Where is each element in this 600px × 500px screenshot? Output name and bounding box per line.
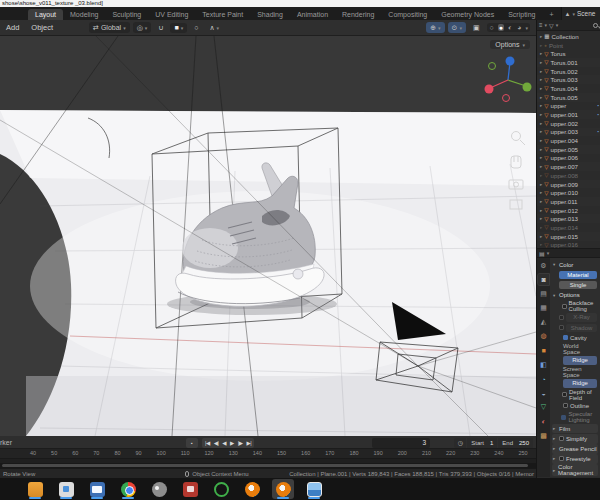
taskbar-blender[interactable]: [241, 479, 263, 499]
property-row[interactable]: Single: [552, 280, 598, 290]
checkbox[interactable]: [562, 304, 567, 309]
object-name[interactable]: upper.014: [551, 224, 579, 231]
checkbox[interactable]: [561, 415, 566, 420]
workspace-tab[interactable]: Modeling: [63, 9, 105, 20]
scene[interactable]: ◭: [538, 317, 549, 328]
object-name[interactable]: upper.015: [551, 233, 579, 240]
outliner-row[interactable]: ▸ upper.010 ▪: [537, 188, 600, 197]
expand-arrow-icon[interactable]: ▸: [540, 103, 542, 108]
property-row[interactable]: Depth of Field: [552, 389, 598, 401]
disclosure-icon[interactable]: [553, 293, 557, 298]
object-name[interactable]: Torus.003: [551, 76, 578, 83]
property-row[interactable]: Backface Culling: [552, 300, 598, 312]
expand-arrow-icon[interactable]: ▸: [540, 225, 542, 230]
checkbox[interactable]: [563, 335, 568, 340]
scrollbar-thumb[interactable]: [2, 464, 528, 467]
expand-arrow-icon[interactable]: ▸: [540, 155, 542, 160]
render[interactable]: ◙: [538, 274, 549, 285]
object-name[interactable]: upper.011: [551, 198, 578, 205]
property-row[interactable]: Screen Space: [552, 366, 598, 378]
transport-button[interactable]: ▶|: [246, 440, 251, 446]
checkbox[interactable]: [559, 436, 564, 441]
checkbox[interactable]: [559, 325, 564, 330]
outliner-row[interactable]: ▸ upper.012 ▪: [537, 206, 600, 215]
search-icon[interactable]: [593, 23, 598, 28]
expand-arrow-icon[interactable]: ▸: [540, 173, 542, 178]
pivot-point-dropdown[interactable]: ◎ ▾: [133, 22, 152, 33]
object-name[interactable]: upper.016: [551, 241, 579, 248]
property-row[interactable]: Options: [552, 290, 598, 300]
workspace-tab[interactable]: Layout: [28, 9, 63, 20]
object-data[interactable]: ▽: [538, 402, 549, 413]
object-name[interactable]: upper.012: [551, 207, 579, 214]
view-layer[interactable]: ▦: [538, 303, 549, 314]
outliner-row[interactable]: ▸ upper.006 ▪: [537, 154, 600, 163]
outliner-row[interactable]: ▸ upper.005 ▪: [537, 145, 600, 154]
disclosure-icon[interactable]: [553, 456, 557, 461]
object-name[interactable]: upper.006: [551, 154, 579, 161]
taskbar-mail[interactable]: [86, 479, 108, 499]
expand-arrow-icon[interactable]: ▸: [540, 199, 542, 204]
end-frame-field[interactable]: End 250: [498, 438, 533, 448]
expand-arrow-icon[interactable]: ▸: [540, 216, 542, 221]
outliner-row[interactable]: ▸ Torus.004 ▪: [537, 84, 600, 93]
workspace-tab[interactable]: Texture Paint: [195, 9, 250, 20]
property-row[interactable]: Grease Pencil: [552, 444, 598, 454]
display-mode-icon[interactable]: ≡: [539, 22, 543, 28]
object-name[interactable]: Torus.004: [551, 85, 578, 92]
outliner-row[interactable]: ▸ upper.003 ▪: [537, 128, 600, 137]
timeline-menus-cropped[interactable]: rker: [0, 436, 12, 449]
object-name[interactable]: Torus.002: [551, 68, 578, 75]
modifiers[interactable]: ◧: [538, 359, 549, 370]
property-row[interactable]: Specular Lighting: [552, 411, 598, 423]
checkbox[interactable]: [562, 392, 567, 397]
outliner-row[interactable]: ▸ upper.014 ▪: [537, 223, 600, 232]
expand-arrow-icon[interactable]: ▸: [540, 129, 542, 134]
taskbar-files[interactable]: [24, 479, 46, 499]
taskbar-video[interactable]: [179, 479, 201, 499]
constraints[interactable]: ◒: [538, 388, 549, 399]
transform-orientation-dropdown[interactable]: ⇄ Global ▾: [89, 22, 130, 33]
outliner-row[interactable]: ▸ upper.016 ▪: [537, 241, 600, 249]
expand-arrow-icon[interactable]: ▸: [540, 86, 542, 91]
rendered-shading-button[interactable]: ◕: [516, 24, 522, 31]
property-row[interactable]: Outline: [552, 401, 598, 411]
transport-button[interactable]: ◀|: [214, 440, 219, 446]
expand-arrow-icon[interactable]: ▸: [540, 208, 542, 213]
workspace-tab[interactable]: +: [542, 9, 560, 20]
expand-arrow-icon[interactable]: ▸: [540, 112, 542, 117]
outliner-row[interactable]: ▸ Torus.003 ▪: [537, 75, 600, 84]
property-row[interactable]: Color Management: [552, 464, 598, 476]
expand-arrow-icon[interactable]: ▸: [540, 95, 542, 100]
transport-button[interactable]: |▶: [238, 440, 243, 446]
xray-toggle[interactable]: ▣: [469, 22, 484, 33]
outliner-row[interactable]: ▸ Collection ▪: [537, 32, 600, 41]
checkbox[interactable]: [559, 315, 564, 320]
outliner-row[interactable]: ▸ Torus.001 ▪: [537, 58, 600, 67]
proportional-editing-toggle[interactable]: ○: [190, 23, 202, 33]
expand-arrow-icon[interactable]: ▸: [540, 164, 542, 169]
taskbar-blender-active[interactable]: [272, 479, 294, 499]
property-row[interactable]: Color: [552, 260, 598, 270]
outliner-row[interactable]: ▸ upper ▪: [537, 102, 600, 111]
object-name[interactable]: upper.001: [551, 111, 579, 118]
checkbox[interactable]: [563, 403, 568, 408]
expand-arrow-icon[interactable]: ▸: [540, 69, 542, 74]
property-row[interactable]: Shadow: [552, 323, 598, 333]
transport-button[interactable]: ◀: [222, 440, 226, 446]
object-name[interactable]: upper.004: [551, 137, 579, 144]
auto-keying-clock-icon[interactable]: ◷: [454, 438, 466, 448]
property-row[interactable]: Material: [552, 270, 598, 280]
scene-selector[interactable]: ▲ ▾ Scene: [561, 7, 600, 20]
property-row[interactable]: Ridge: [552, 356, 598, 366]
outliner-row[interactable]: ▸ Torus.005 ▪: [537, 93, 600, 102]
disclosure-icon[interactable]: [553, 446, 557, 451]
disclosure-icon[interactable]: [553, 468, 556, 473]
expand-arrow-icon[interactable]: ▸: [540, 43, 542, 48]
workspace-tab[interactable]: Sculpting: [105, 9, 148, 20]
object-name[interactable]: Torus.001: [551, 59, 578, 66]
outliner-row[interactable]: ▸ upper.002 ▪: [537, 119, 600, 128]
object-name[interactable]: upper: [551, 102, 567, 109]
taskbar-ring-app[interactable]: [210, 479, 232, 499]
taskbar-gimp[interactable]: [148, 479, 170, 499]
